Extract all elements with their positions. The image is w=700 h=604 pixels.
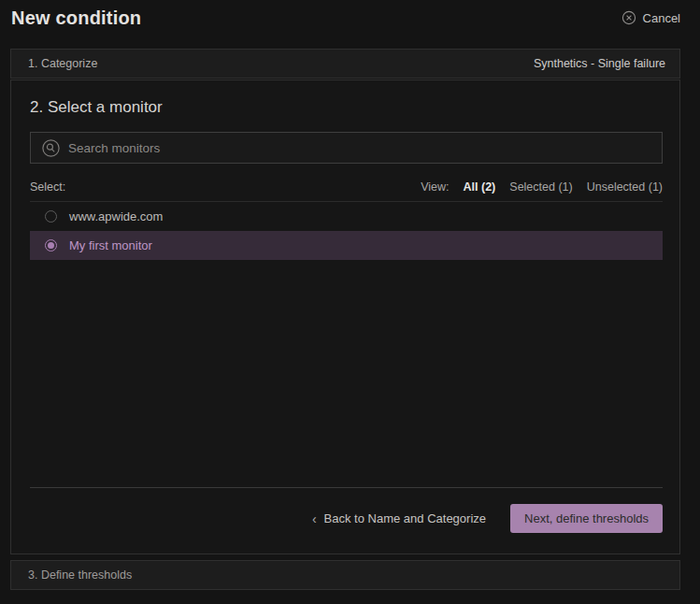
step-2-title: 2. Select a monitor [30,98,663,117]
select-label: Select: [30,180,65,194]
cancel-label: Cancel [643,11,680,25]
monitor-name: www.apwide.com [69,209,163,223]
view-label: View: [421,180,449,194]
view-filter-group: View: All (2) Selected (1) Unselected (1… [421,180,663,194]
search-icon [42,139,60,157]
view-filter-unselected[interactable]: Unselected (1) [587,180,663,194]
monitor-search-box[interactable] [30,132,663,164]
back-to-categorize-link[interactable]: ‹ Back to Name and Categorize [312,511,486,525]
monitor-name: My first monitor [69,238,152,252]
cancel-button[interactable]: Cancel [621,10,680,25]
step-3-define-thresholds-bar[interactable]: 3. Define thresholds [10,560,680,590]
next-define-thresholds-button[interactable]: Next, define thresholds [510,504,663,533]
view-filter-selected[interactable]: Selected (1) [509,180,572,194]
radio-selected-icon[interactable] [45,239,57,252]
panel-spacer [30,260,663,487]
step-1-selected-value: Synthetics - Single failure [534,57,665,70]
page-header: New condition Cancel [0,0,700,49]
monitor-list: www.apwide.com My first monitor [30,201,663,260]
step-1-categorize-bar[interactable]: 1. Categorize Synthetics - Single failur… [10,49,680,79]
step-3-label: 3. Define thresholds [28,568,132,582]
chevron-left-icon: ‹ [312,512,317,525]
step-2-select-monitor-panel: 2. Select a monitor Select: View: All (2… [10,79,680,554]
radio-unselected-icon[interactable] [45,210,57,223]
step-1-label: 1. Categorize [28,57,97,70]
monitor-row-www-apwide-com[interactable]: www.apwide.com [30,202,663,231]
monitor-search-input[interactable] [68,141,650,155]
step-2-footer: ‹ Back to Name and Categorize Next, defi… [30,487,663,554]
monitor-row-my-first-monitor[interactable]: My first monitor [30,231,663,260]
page-title: New condition [11,7,141,29]
cancel-circle-x-icon [621,10,636,25]
view-filter-all[interactable]: All (2) [464,180,496,194]
back-link-label: Back to Name and Categorize [324,511,486,525]
select-view-row: Select: View: All (2) Selected (1) Unsel… [30,180,663,194]
